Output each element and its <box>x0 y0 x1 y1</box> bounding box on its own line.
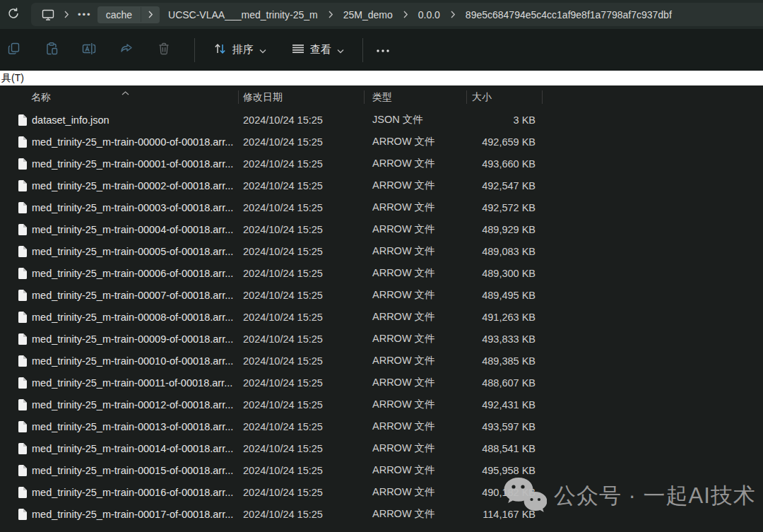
file-size: 489,300 KB <box>466 268 543 279</box>
file-name-cell: med_trinity-25_m-train-00015-of-00018.ar… <box>0 465 238 476</box>
menu-item-tools[interactable]: 具(T) <box>1 72 24 85</box>
file-name-cell: med_trinity-25_m-train-00011-of-00018.ar… <box>0 377 238 389</box>
file-name: med_trinity-25_m-train-00000-of-00018.ar… <box>32 136 233 148</box>
file-row[interactable]: med_trinity-25_m-train-00007-of-00018.ar… <box>0 284 763 306</box>
chevron-right-icon[interactable] <box>141 7 160 22</box>
delete-button[interactable] <box>151 37 177 64</box>
paste-button[interactable] <box>39 37 64 64</box>
file-row[interactable]: med_trinity-25_m-train-00011-of-00018.ar… <box>0 372 763 394</box>
file-type: ARROW 文件 <box>364 485 466 499</box>
share-button[interactable] <box>114 37 139 64</box>
trash-icon <box>157 42 171 58</box>
file-icon <box>18 312 27 323</box>
file-row[interactable]: med_trinity-25_m-train-00001-of-00018.ar… <box>0 153 763 175</box>
file-row[interactable]: med_trinity-25_m-train-00006-of-00018.ar… <box>0 262 763 284</box>
file-name-cell: med_trinity-25_m-train-00005-of-00018.ar… <box>0 246 238 257</box>
file-name-cell: med_trinity-25_m-train-00017-of-00018.ar… <box>0 509 238 520</box>
file-date: 2024/10/24 15:25 <box>238 268 364 279</box>
file-icon <box>18 268 27 279</box>
file-type: ARROW 文件 <box>364 376 466 389</box>
file-row[interactable]: med_trinity-25_m-train-00009-of-00018.ar… <box>0 328 763 350</box>
file-row[interactable]: med_trinity-25_m-train-00002-of-00018.ar… <box>0 175 763 196</box>
command-toolbar: 排序 查看 <box>0 29 763 71</box>
file-icon <box>18 202 27 213</box>
file-row[interactable]: dataset_info.json2024/10/24 15:25JSON 文件… <box>0 109 763 131</box>
column-headers: 名称 修改日期 类型 大小 <box>0 85 763 109</box>
column-header-date[interactable]: 修改日期 <box>238 85 364 109</box>
breadcrumb-item-25m-demo[interactable]: 25M_demo <box>342 6 394 23</box>
file-row[interactable]: med_trinity-25_m-train-00014-of-00018.ar… <box>0 437 763 459</box>
column-header-type[interactable]: 类型 <box>364 85 466 109</box>
refresh-button[interactable] <box>1 3 25 27</box>
file-row[interactable]: med_trinity-25_m-train-00016-of-00018.ar… <box>0 481 763 503</box>
file-name: med_trinity-25_m-train-00007-of-00018.ar… <box>32 290 233 301</box>
file-name: med_trinity-25_m-train-00011-of-00018.ar… <box>32 377 232 389</box>
file-date: 2024/10/24 15:25 <box>238 333 364 345</box>
file-row[interactable]: med_trinity-25_m-train-00008-of-00018.ar… <box>0 306 763 328</box>
file-name-cell: med_trinity-25_m-train-00014-of-00018.ar… <box>0 443 238 454</box>
file-name-cell: med_trinity-25_m-train-00008-of-00018.ar… <box>0 312 238 323</box>
file-icon <box>18 224 27 235</box>
file-row[interactable]: med_trinity-25_m-train-00004-of-00018.ar… <box>0 218 763 240</box>
rename-button[interactable] <box>76 37 102 64</box>
sort-button[interactable]: 排序 <box>205 37 275 63</box>
file-icon <box>18 509 27 520</box>
sort-label: 排序 <box>232 43 254 57</box>
file-name: med_trinity-25_m-train-00004-of-00018.ar… <box>32 224 233 235</box>
view-button[interactable]: 查看 <box>283 37 353 62</box>
file-row[interactable]: med_trinity-25_m-train-00013-of-00018.ar… <box>0 415 763 437</box>
file-size: 489,495 KB <box>466 290 543 301</box>
file-name-cell: med_trinity-25_m-train-00007-of-00018.ar… <box>0 290 238 301</box>
file-name: med_trinity-25_m-train-00009-of-00018.ar… <box>32 333 233 345</box>
breadcrumb-overflow[interactable]: ••• <box>78 9 92 20</box>
file-name-cell: med_trinity-25_m-train-00009-of-00018.ar… <box>0 333 238 345</box>
copy-icon <box>7 42 21 58</box>
address-bar[interactable]: ••• cache UCSC-VLAA___med_trinity-25_m 2… <box>31 3 763 26</box>
file-row[interactable]: med_trinity-25_m-train-00017-of-00018.ar… <box>0 503 763 525</box>
file-name: med_trinity-25_m-train-00002-of-00018.ar… <box>32 180 233 191</box>
file-date: 2024/10/24 15:25 <box>238 487 364 498</box>
file-row[interactable]: med_trinity-25_m-train-00003-of-00018.ar… <box>0 196 763 218</box>
share-icon <box>119 42 134 58</box>
file-icon <box>18 290 27 301</box>
file-date: 2024/10/24 15:25 <box>238 399 364 410</box>
file-row[interactable]: med_trinity-25_m-train-00012-of-00018.ar… <box>0 394 763 415</box>
paste-icon <box>45 42 59 58</box>
file-name: med_trinity-25_m-train-00005-of-00018.ar… <box>32 246 233 257</box>
file-name-cell: med_trinity-25_m-train-00006-of-00018.ar… <box>0 268 238 279</box>
file-row[interactable]: med_trinity-25_m-train-00000-of-00018.ar… <box>0 131 763 153</box>
file-row[interactable]: med_trinity-25_m-train-00015-of-00018.ar… <box>0 459 763 481</box>
file-date: 2024/10/24 15:25 <box>238 180 364 191</box>
file-type: ARROW 文件 <box>364 310 466 324</box>
file-name: med_trinity-25_m-train-00013-of-00018.ar… <box>32 421 233 432</box>
column-header-label: 大小 <box>472 91 492 104</box>
more-button[interactable] <box>370 37 396 64</box>
file-size: 3 KB <box>466 114 543 126</box>
file-name: med_trinity-25_m-train-00012-of-00018.ar… <box>32 399 233 410</box>
chevron-down-icon <box>259 44 266 56</box>
breadcrumb-item-version[interactable]: 0.0.0 <box>417 6 442 23</box>
file-row[interactable]: med_trinity-25_m-train-00010-of-00018.ar… <box>0 350 763 372</box>
file-date: 2024/10/24 15:25 <box>238 202 364 213</box>
file-type: ARROW 文件 <box>364 442 466 455</box>
view-label: 查看 <box>310 43 331 57</box>
file-type: ARROW 文件 <box>364 157 466 170</box>
file-name: med_trinity-25_m-train-00017-of-00018.ar… <box>32 509 233 520</box>
file-type: ARROW 文件 <box>364 507 466 521</box>
file-date: 2024/10/24 15:25 <box>238 465 364 476</box>
breadcrumb-item-dataset-dir[interactable]: UCSC-VLAA___med_trinity-25_m <box>167 6 319 23</box>
copy-button[interactable] <box>1 37 27 64</box>
file-row[interactable]: med_trinity-25_m-train-00005-of-00018.ar… <box>0 240 763 262</box>
file-name: med_trinity-25_m-train-00001-of-00018.ar… <box>32 158 233 170</box>
more-icon <box>376 45 390 55</box>
breadcrumb-item-hash[interactable]: 89e5c684794e5c4cc1af9e8f1a7798af7c937dbf <box>464 6 673 23</box>
column-header-size[interactable]: 大小 <box>466 85 543 109</box>
file-date: 2024/10/24 15:25 <box>238 377 364 389</box>
this-pc-icon[interactable] <box>41 8 55 21</box>
file-name-cell: med_trinity-25_m-train-00003-of-00018.ar… <box>0 202 238 213</box>
column-header-name[interactable]: 名称 <box>0 85 238 109</box>
file-name: med_trinity-25_m-train-00006-of-00018.ar… <box>32 268 233 279</box>
breadcrumb-item-cache[interactable]: cache <box>97 6 160 23</box>
file-size: 488,607 KB <box>466 377 543 389</box>
breadcrumb-label: cache <box>97 6 141 23</box>
